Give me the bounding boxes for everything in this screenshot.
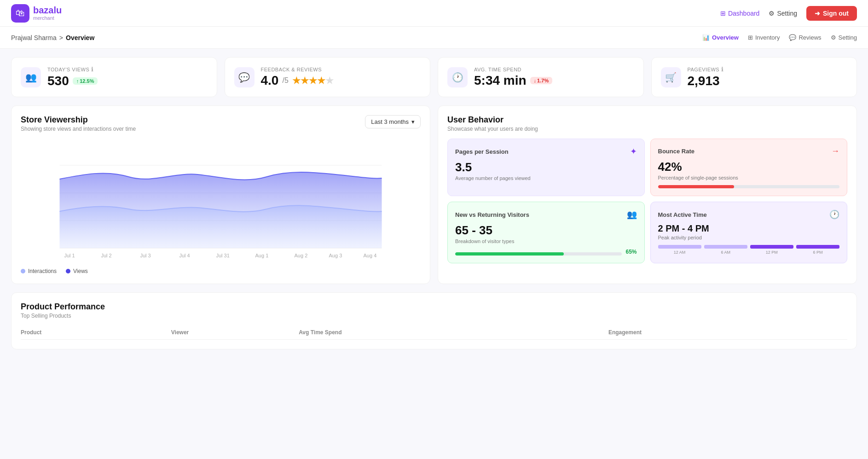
legend-interactions: Interactions: [21, 268, 57, 274]
pages-per-session-icon: ✦: [630, 146, 637, 157]
bar-6am: [704, 245, 747, 249]
views-dot: [66, 269, 70, 273]
viewership-chart: Jul 1 Jul 2 Jul 3 Jul 4 Jul 31 Aug 1 Aug…: [21, 138, 421, 262]
breadcrumb: Prajwal Sharma > Overview: [11, 34, 94, 41]
inventory-icon: ⊞: [748, 34, 753, 41]
subnav-inventory[interactable]: ⊞ Inventory: [748, 34, 780, 41]
legend-views: Views: [66, 268, 88, 274]
nvr-progress-fill: [455, 252, 564, 256]
pages-per-session-widget: Pages per Session ✦ 3.5 Average number o…: [447, 139, 645, 196]
behavior-grid: Pages per Session ✦ 3.5 Average number o…: [447, 139, 847, 263]
chart-header: Store Viewership Showing store views and…: [21, 115, 421, 132]
brand-name: bazalu: [33, 5, 62, 15]
table-header-row: Product Viewer Avg Time Spend Engagement: [21, 325, 847, 340]
avg-time-icon: 🕐: [447, 67, 468, 87]
chevron-down-icon: ▾: [411, 118, 415, 125]
bar-12pm: [750, 245, 793, 249]
nvr-percent: 65%: [625, 249, 637, 255]
bounce-progress-bg: [658, 185, 840, 188]
perf-subtitle: Top Selling Products: [21, 313, 847, 319]
avg-time-value: 5:34 min ↓ 1.7%: [474, 73, 634, 88]
nvr-header: New vs Returning Visitors 👥: [455, 209, 637, 220]
label-12pm: 12 PM: [766, 250, 778, 255]
feedback-value: 4.0/5 ★★★★★: [261, 73, 421, 88]
pageviews-info: PAGEVIEWS ℹ 2,913: [688, 66, 848, 88]
mat-value: 2 PM - 4 PM: [658, 223, 840, 234]
br-value: 42%: [658, 160, 840, 174]
todays-views-value: 530 ↑ 12.5%: [47, 74, 208, 88]
subnav-overview[interactable]: 📊 Overview: [702, 34, 739, 41]
gear-icon: ⚙: [769, 10, 775, 17]
col-engagement: Engagement: [608, 325, 847, 340]
logo-icon: 🛍: [11, 4, 29, 23]
sign-out-icon: ➜: [815, 10, 820, 17]
new-vs-returning-widget: New vs Returning Visitors 👥 65 - 35 Brea…: [447, 202, 645, 263]
svg-text:Aug 2: Aug 2: [295, 253, 308, 258]
reviews-icon: 💬: [789, 34, 796, 41]
breadcrumb-bar: Prajwal Sharma > Overview 📊 Overview ⊞ I…: [0, 27, 868, 49]
label-6am: 6 AM: [721, 250, 730, 255]
breadcrumb-current: Overview: [66, 34, 94, 41]
svg-text:Jul 31: Jul 31: [216, 253, 230, 258]
br-header: Bounce Rate →: [658, 146, 840, 156]
brand-sub: merchant: [33, 15, 62, 21]
main-content: 👥 TODAY'S VIEWS ℹ 530 ↑ 12.5% 💬: [0, 49, 868, 358]
avg-time-info: AVG. TIME SPEND 5:34 min ↓ 1.7%: [474, 67, 634, 88]
label-6pm: 6 PM: [813, 250, 822, 255]
svg-text:Jul 1: Jul 1: [64, 253, 75, 258]
middle-grid: Store Viewership Showing store views and…: [11, 105, 857, 284]
date-filter-button[interactable]: Last 3 months ▾: [365, 115, 421, 128]
nav-dashboard[interactable]: ⊞ Dashboard: [720, 10, 760, 17]
todays-views-label: TODAY'S VIEWS ℹ: [47, 66, 208, 73]
user-behavior-card: User Behavior Showcase what your users a…: [438, 105, 857, 284]
chart-legend: Interactions Views: [21, 268, 421, 274]
time-bar-6am: 6 AM: [704, 245, 747, 255]
chart-subtitle: Showing store views and interactions ove…: [21, 126, 136, 132]
svg-text:Jul 3: Jul 3: [140, 253, 151, 258]
breadcrumb-nav: 📊 Overview ⊞ Inventory 💬 Reviews ⚙ Setti…: [702, 34, 857, 41]
overview-icon: 📊: [702, 34, 710, 41]
pps-header: Pages per Session ✦: [455, 146, 637, 157]
subnav-reviews[interactable]: 💬 Reviews: [789, 34, 821, 41]
logo: 🛍 bazalu merchant: [11, 4, 62, 23]
info-icon2: ℹ: [721, 66, 724, 73]
pps-value: 3.5: [455, 160, 637, 174]
perf-title: Product Performance: [21, 302, 847, 312]
chart-title-group: Store Viewership Showing store views and…: [21, 115, 136, 132]
nav-setting[interactable]: ⚙ Setting: [769, 10, 797, 17]
sign-out-button[interactable]: ➜ Sign out: [806, 6, 857, 21]
most-active-time-widget: Most Active Time 🕐 2 PM - 4 PM Peak acti…: [650, 202, 848, 263]
nvr-progress-row: 65%: [455, 248, 637, 256]
feedback-info: FEEDBACK & REVIEWS 4.0/5 ★★★★★: [261, 67, 421, 88]
top-nav-right: ⊞ Dashboard ⚙ Setting ➜ Sign out: [720, 6, 857, 21]
feedback-label: FEEDBACK & REVIEWS: [261, 67, 421, 72]
info-icon: ℹ: [91, 66, 94, 73]
setting-icon: ⚙: [831, 34, 836, 41]
mat-header: Most Active Time 🕐: [658, 209, 840, 220]
time-bars: 12 AM 6 AM 12 PM 6 PM: [658, 245, 840, 255]
mat-desc: Peak activity period: [658, 235, 840, 240]
bounce-progress-fill: [658, 185, 735, 188]
bar-12am: [658, 245, 701, 249]
nvr-progress-bg: [455, 252, 622, 256]
bounce-rate-widget: Bounce Rate → 42% Percentage of single-p…: [650, 139, 848, 196]
svg-text:Aug 4: Aug 4: [364, 253, 377, 258]
stat-card-avg-time: 🕐 AVG. TIME SPEND 5:34 min ↓ 1.7%: [438, 57, 644, 97]
bounce-rate-icon: →: [831, 146, 839, 156]
subnav-setting[interactable]: ⚙ Setting: [831, 34, 857, 41]
up-arrow-icon: ↑: [76, 78, 79, 84]
col-product: Product: [21, 325, 171, 340]
avg-time-badge: ↓ 1.7%: [530, 77, 553, 84]
table-header: Product Viewer Avg Time Spend Engagement: [21, 325, 847, 340]
todays-views-icon: 👥: [21, 67, 41, 87]
down-arrow-icon: ↓: [534, 78, 537, 83]
chart-area: Jul 1 Jul 2 Jul 3 Jul 4 Jul 31 Aug 1 Aug…: [21, 138, 421, 263]
time-bar-6pm: 6 PM: [796, 245, 839, 255]
nvr-desc: Breakdown of visitor types: [455, 238, 637, 244]
label-12am: 12 AM: [674, 250, 686, 255]
svg-text:Jul 2: Jul 2: [101, 253, 112, 258]
star-rating: ★★★★★: [292, 75, 334, 86]
col-avg-time: Avg Time Spend: [299, 325, 608, 340]
behavior-subtitle: Showcase what your users are doing: [447, 126, 847, 132]
breadcrumb-separator: >: [59, 34, 63, 41]
